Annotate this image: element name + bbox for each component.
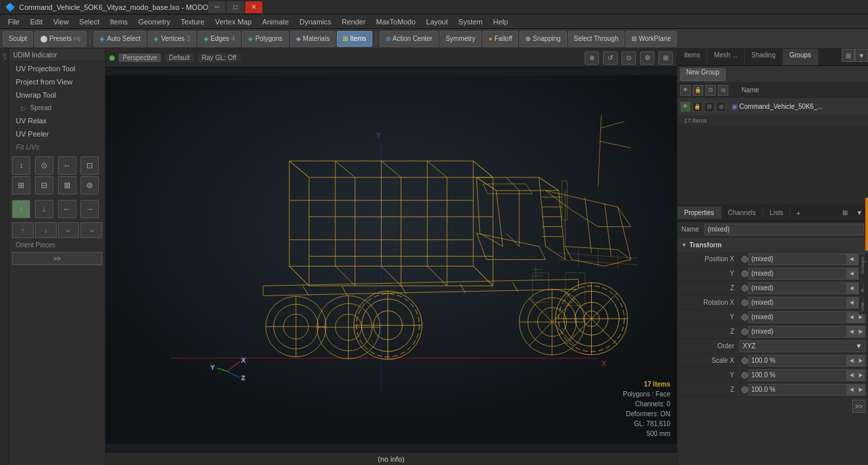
panel-expand-icon[interactable]: ⊞ <box>842 49 855 62</box>
pos-y-dot[interactable] <box>741 270 748 277</box>
fit-uvs[interactable]: Fit UVs <box>9 140 105 154</box>
group-visible-icon[interactable]: 👁 <box>680 102 691 112</box>
uv-projection-tool[interactable]: UV Projection Tool <box>9 62 105 75</box>
vp-search-icon[interactable]: ⊙ <box>622 51 636 65</box>
menu-vertex-map[interactable]: Vertex Map <box>210 16 257 27</box>
scale-x-value[interactable]: 100.0 % <box>748 355 847 367</box>
menu-help[interactable]: Help <box>488 16 513 27</box>
minimize-button[interactable]: ─ <box>208 1 225 13</box>
polygons-button[interactable]: ◈ Polygons <box>242 31 288 47</box>
tool-btn-12[interactable]: → <box>80 200 99 218</box>
transform-section[interactable]: ▼ Transform <box>678 237 868 252</box>
add-tab-button[interactable]: + <box>792 204 805 221</box>
pos-z-dec[interactable]: ◀ <box>847 282 856 294</box>
pos-z-value[interactable]: (mixed) <box>748 282 847 294</box>
tool-btn-2[interactable]: ⊙ <box>35 156 53 175</box>
select-through-button[interactable]: Select Through <box>568 31 625 47</box>
menu-maxtomodo[interactable]: MaxToModo <box>371 16 421 27</box>
name-value[interactable]: (mixed) <box>705 224 864 235</box>
scale-y-dot[interactable] <box>741 372 748 379</box>
maximize-button[interactable]: □ <box>227 1 244 13</box>
perspective-label[interactable]: Perspective <box>119 53 161 62</box>
tool-btn-6[interactable]: ⊟ <box>35 176 53 195</box>
menu-edit[interactable]: Edit <box>25 16 48 27</box>
tab-shading[interactable]: Shading <box>745 49 783 65</box>
sculpt-button[interactable]: Sculpt <box>3 31 33 47</box>
expand-button[interactable]: >> <box>12 252 102 265</box>
rot-z-value[interactable]: (mixed) <box>748 326 847 338</box>
arrow-down-btn[interactable]: ↓ <box>35 222 57 238</box>
rot-x-dot[interactable] <box>741 299 748 306</box>
scale-y-inc[interactable]: ▶ <box>856 369 865 381</box>
uv-relax[interactable]: UV Relax <box>9 114 105 127</box>
symmetry-button[interactable]: Symmetry <box>440 31 481 47</box>
a-side-label[interactable]: A... <box>859 282 868 295</box>
visibility-icon[interactable]: 👁 <box>680 85 691 96</box>
arrow-right-btn[interactable]: → <box>80 222 102 238</box>
edges-button[interactable]: ◈ Edges 4 <box>198 31 241 47</box>
vp-camera-icon[interactable]: ⊕ <box>585 51 599 65</box>
scale-x-dec[interactable]: ◀ <box>847 355 856 367</box>
arrow-up-btn[interactable]: ↑ <box>12 222 34 238</box>
use-side-label[interactable]: Use... <box>859 295 868 314</box>
scale-z-value[interactable]: 100.0 % <box>748 384 847 396</box>
select-icon[interactable]: ◎ <box>718 85 728 96</box>
arrow-left-btn[interactable]: ← <box>58 222 80 238</box>
tab-lists[interactable]: Lists <box>763 206 791 219</box>
tab-items[interactable]: Items <box>678 49 707 65</box>
menu-file[interactable]: File <box>3 16 25 27</box>
tool-btn-4[interactable]: ⊡ <box>80 156 99 175</box>
falloff-button[interactable]: ● Falloff <box>482 31 518 47</box>
pos-x-dot[interactable] <box>741 256 748 263</box>
menu-select[interactable]: Select <box>74 16 105 27</box>
tab-properties[interactable]: Properties <box>678 206 722 219</box>
pos-z-dot[interactable] <box>741 285 748 292</box>
tool-btn-3[interactable]: ↔ <box>58 156 76 175</box>
materials-button[interactable]: ◈ Materials <box>290 31 336 47</box>
scale-x-dot[interactable] <box>741 357 748 364</box>
tab-mesh[interactable]: Mesh ... <box>707 49 745 65</box>
render-icon[interactable]: ⊡ <box>705 85 716 96</box>
vertices-button[interactable]: ◈ Vertices 3 <box>148 31 196 47</box>
close-button[interactable]: ✕ <box>245 1 262 13</box>
viewport[interactable]: Perspective Default Ray GL: Off ⊕ ↺ ⊙ ⚙ … <box>105 49 677 465</box>
rot-y-value[interactable]: (mixed) <box>748 311 847 323</box>
unwrap-tool[interactable]: Unwrap Tool <box>9 88 105 102</box>
scale-z-dec[interactable]: ◀ <box>847 384 856 396</box>
menu-geometry[interactable]: Geometry <box>133 16 175 27</box>
tool-btn-8[interactable]: ⊛ <box>80 176 99 195</box>
tool-btn-9[interactable]: ↑ <box>12 200 30 218</box>
pos-x-dec[interactable]: ◀ <box>847 253 856 265</box>
order-select[interactable]: XYZ ▼ <box>739 340 865 352</box>
workplane-button[interactable]: ⊞ WorkPlane <box>625 31 677 47</box>
pos-y-dec[interactable]: ◀ <box>847 268 856 280</box>
vp-settings-icon[interactable]: ⚙ <box>640 51 654 65</box>
snapping-button[interactable]: ⊕ Snapping <box>519 31 566 47</box>
scene-canvas[interactable]: X Y X Z Y 17 Items Polygons : Face Chann… <box>105 67 677 452</box>
tool-btn-11[interactable]: ← <box>58 200 76 218</box>
scale-x-inc[interactable]: ▶ <box>856 355 865 367</box>
menu-system[interactable]: System <box>453 16 488 27</box>
spread-sub[interactable]: ▷ Spread <box>9 102 105 114</box>
tool-btn-10[interactable]: ↓ <box>35 200 53 218</box>
menu-items[interactable]: Items <box>105 16 133 27</box>
menu-texture[interactable]: Texture <box>175 16 210 27</box>
vp-refresh-icon[interactable]: ↺ <box>603 51 618 65</box>
tool-btn-7[interactable]: ⊠ <box>58 176 76 195</box>
rot-z-inc[interactable]: ▶ <box>856 326 865 338</box>
group-render-icon[interactable]: ⊡ <box>704 102 714 112</box>
menu-layout[interactable]: Layout <box>421 16 453 27</box>
rot-x-value[interactable]: (mixed) <box>748 297 847 309</box>
prop-expand-icon[interactable]: ⊞ <box>839 207 851 219</box>
scale-y-value[interactable]: 100.0 % <box>748 369 847 381</box>
presets-button[interactable]: ⬤ Presets F6 <box>34 31 86 47</box>
lock-icon[interactable]: 🔒 <box>693 85 703 96</box>
rot-x-dec[interactable]: ◀ <box>847 297 856 309</box>
menu-render[interactable]: Render <box>337 16 371 27</box>
menu-view[interactable]: View <box>48 16 74 27</box>
scale-z-dot[interactable] <box>741 387 748 393</box>
tab-groups[interactable]: Groups <box>783 49 819 65</box>
pos-x-value[interactable]: (mixed) <box>748 253 847 265</box>
tab-channels[interactable]: Channels <box>722 206 763 219</box>
tool-btn-1[interactable]: ↕ <box>12 156 30 175</box>
